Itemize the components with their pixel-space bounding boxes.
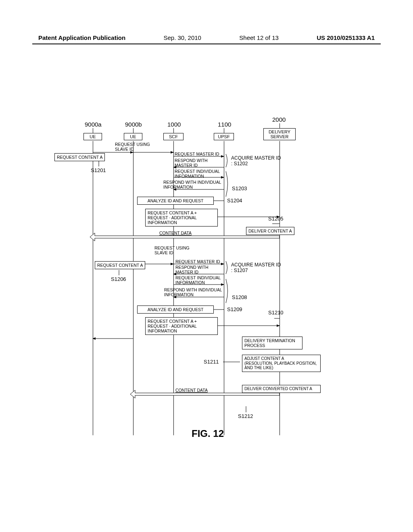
- figure-caption: FIG. 12: [54, 428, 361, 439]
- label-resp-indiv-2: RESPOND WITH INDIVIDUAL INFORMATION: [164, 288, 222, 297]
- lane-num-ue-a: 9000a: [85, 121, 102, 128]
- lane-box-ue-b: UE: [124, 133, 142, 140]
- label-req-slave-id-1: REQUEST USING SLAVE ID: [115, 142, 150, 152]
- step-s1203: S1203: [232, 185, 247, 191]
- box-req-content-plus-2: REQUEST CONTENT A + REQUEST · ADDITIONAL…: [145, 317, 218, 335]
- step-s1204: S1204: [227, 197, 242, 204]
- header-rule: [32, 44, 381, 44]
- lane-num-upsf: 1100: [218, 121, 231, 128]
- box-request-content-a-1: REQUEST CONTENT A: [54, 153, 105, 161]
- lane-box-upsf: UPSF: [214, 133, 234, 140]
- label-req-master-id-2: REQUEST MASTER ID: [175, 260, 220, 264]
- step-s1207: ACQUIRE MASTER ID : S1207: [231, 262, 281, 273]
- page: Patent Application Publication Sep. 30, …: [0, 0, 413, 532]
- sequence-diagram: 9000a 9000b 1000 1100 2000 UE UE SCF UPS…: [54, 105, 361, 439]
- lane-num-ue-b: 9000b: [125, 121, 142, 128]
- box-termination: DELIVERY TERMINATION PROCESS: [242, 337, 302, 349]
- label-req-indiv-2: REQUEST INDIVIDUAL INFORMATION: [175, 276, 221, 285]
- label-content-data-2: CONTENT DATA: [175, 388, 208, 393]
- lead-ue-a: [93, 128, 93, 133]
- label-resp-master-id-2: RESPOND WITH MASTER ID: [175, 265, 209, 274]
- box-req-content-plus-1: REQUEST CONTENT A + REQUEST · ADDITIONAL…: [145, 209, 218, 227]
- step-s1205: S1205: [268, 216, 284, 222]
- step-s1210: S1210: [268, 310, 284, 316]
- lane-box-scf: SCF: [163, 133, 184, 140]
- lifeline-upsf: [224, 141, 224, 435]
- label-req-indiv-1: REQUEST INDIVIDUAL INFORMATION: [175, 169, 220, 179]
- lead-upsf: [224, 128, 224, 133]
- step-s1212: S1212: [238, 413, 253, 419]
- lead-scf: [173, 128, 174, 133]
- lane-box-ds: DELIVERY SERVER: [263, 128, 296, 140]
- label-resp-indiv-1: RESPOND WITH INDIVIDUAL INFORMATION: [163, 180, 221, 189]
- box-deliver-conv: DELIVER CONVERTED CONTENT A: [242, 385, 321, 393]
- label-req-slave-id-2: REQUEST USING SLAVE ID: [154, 246, 190, 255]
- box-deliver-a: DELIVER CONTENT A: [246, 227, 294, 235]
- step-s1209: S1209: [227, 306, 242, 312]
- lane-num-scf: 1000: [167, 121, 181, 128]
- page-header: Patent Application Publication Sep. 30, …: [0, 34, 413, 41]
- label-resp-master-id-1: RESPOND WITH MASTER ID: [175, 158, 208, 168]
- header-pubno: US 2010/0251333 A1: [317, 34, 375, 41]
- box-analyze-2: ANALYZE ID AND REQUEST: [137, 305, 214, 314]
- step-s1211: S1211: [204, 359, 219, 365]
- box-adjust: ADJUST CONTENT A (RESOLUTION, PLAYBACK P…: [242, 355, 321, 372]
- header-date: Sep. 30, 2010: [164, 34, 201, 41]
- lead-ds: [280, 123, 280, 128]
- lane-box-ue-a: UE: [83, 133, 102, 140]
- step-s1202: ACQUIRE MASTER ID : S1202: [231, 155, 281, 166]
- lifeline-ue-a: [93, 141, 93, 435]
- box-analyze-1: ANALYZE ID AND REQUEST: [137, 197, 214, 205]
- step-s1208: S1208: [232, 294, 247, 300]
- header-sheet: Sheet 12 of 13: [239, 34, 279, 41]
- header-left: Patent Application Publication: [38, 34, 125, 41]
- box-request-content-a-2: REQUEST CONTENT A: [95, 261, 145, 269]
- step-s1201: S1201: [91, 167, 106, 173]
- label-content-data-1: CONTENT DATA: [159, 231, 192, 236]
- lane-num-ds: 2000: [272, 116, 286, 123]
- step-s1206: S1206: [111, 276, 126, 282]
- lifeline-ue-b: [133, 141, 133, 435]
- label-req-master-id-1: REQUEST MASTER ID: [175, 152, 219, 157]
- lead-ue-b: [133, 128, 133, 133]
